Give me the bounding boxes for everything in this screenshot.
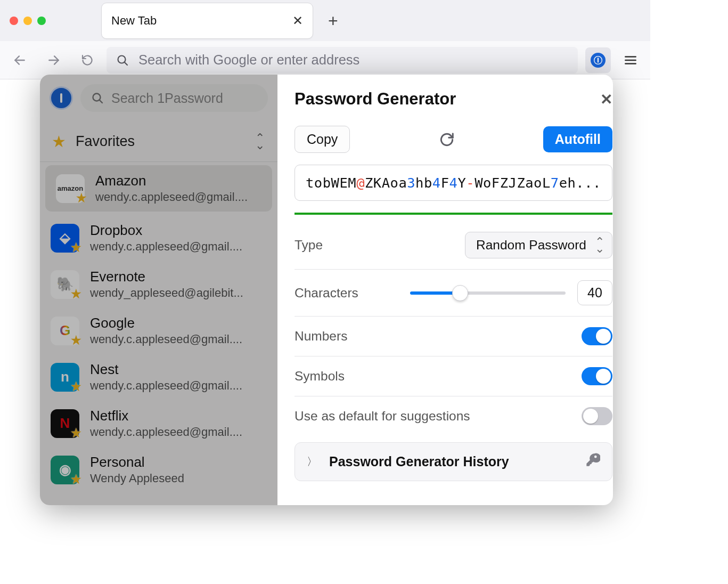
close-icon[interactable]: ✕	[600, 91, 612, 108]
list-item-title: Evernote	[90, 269, 243, 285]
strength-bar	[295, 213, 612, 215]
type-label: Type	[295, 238, 323, 253]
list-item-subtitle: wendy.c.appleseed@gmail....	[95, 190, 248, 204]
search-icon	[116, 54, 129, 67]
forward-icon[interactable]	[47, 53, 61, 67]
sidebar-item-google[interactable]: G★ Google wendy.c.appleseed@gmail....	[40, 307, 277, 354]
default-toggle[interactable]	[582, 407, 612, 425]
tab-close-icon[interactable]: ✕	[292, 14, 303, 27]
dropbox-icon: ⬙★	[51, 224, 79, 253]
address-bar[interactable]: Search with Google or enter address	[107, 47, 578, 74]
window-close-button[interactable]	[10, 17, 18, 25]
sidebar-item-nest[interactable]: n★ Nest wendy.c.appleseed@gmail....	[40, 354, 277, 400]
sidebar-search-input[interactable]: Search 1Password	[80, 84, 268, 112]
sidebar: Search 1Password ★ Favorites ⌃⌄ amazon★	[40, 75, 277, 505]
hamburger-menu-icon[interactable]	[618, 53, 643, 67]
sidebar-item-evernote[interactable]: 🐘★ Evernote wendy_appleseed@agilebit...	[40, 261, 277, 307]
type-select[interactable]: Random Password ⌃⌄	[465, 232, 612, 258]
star-icon: ★	[52, 134, 66, 150]
default-label: Use as default for suggestions	[295, 409, 470, 424]
amazon-icon: amazon★	[56, 174, 85, 203]
password-generator-panel: Password Generator ✕ Copy Autofill tobWE…	[277, 75, 613, 505]
svg-line-3	[125, 62, 128, 65]
back-icon[interactable]	[13, 53, 27, 67]
type-value: Random Password	[476, 238, 586, 253]
favorite-star-icon: ★	[71, 334, 81, 347]
numbers-toggle[interactable]	[582, 327, 612, 345]
list-item-subtitle: wendy.c.appleseed@gmail....	[90, 425, 242, 439]
sidebar-item-amazon[interactable]: amazon★ Amazon wendy.c.appleseed@gmail..…	[45, 165, 272, 212]
favorite-star-icon: ★	[71, 241, 81, 255]
onepassword-icon	[591, 53, 606, 68]
password-history-button[interactable]: 〉 Password Generator History	[295, 442, 612, 481]
new-tab-button[interactable]: +	[328, 12, 338, 29]
characters-slider[interactable]	[410, 291, 566, 295]
favorite-star-icon: ★	[76, 191, 87, 205]
browser-tab[interactable]: New Tab ✕	[101, 3, 313, 39]
copy-button[interactable]: Copy	[295, 126, 350, 153]
characters-label: Characters	[295, 286, 358, 301]
favorite-star-icon: ★	[71, 473, 81, 486]
favorite-star-icon: ★	[71, 287, 81, 301]
sidebar-item-personal[interactable]: ◉★ Personal Wendy Appleseed	[40, 447, 277, 493]
generated-password-field[interactable]: tobWEM@ZKAoa3hb4F4Y-WoFZJZaoL7eh...	[295, 165, 612, 201]
panel-title: Password Generator	[295, 90, 456, 109]
sidebar-list: amazon★ Amazon wendy.c.appleseed@gmail..…	[40, 165, 277, 493]
characters-value[interactable]: 40	[577, 280, 612, 305]
chevron-updown-icon: ⌃⌄	[595, 238, 604, 252]
regenerate-icon[interactable]	[439, 132, 455, 148]
list-item-title: Personal	[90, 454, 184, 471]
window-controls	[10, 17, 46, 25]
numbers-label: Numbers	[295, 329, 347, 344]
key-icon	[585, 452, 600, 471]
section-selector-icon[interactable]: ⌃⌄	[255, 134, 265, 148]
window-minimize-button[interactable]	[23, 17, 32, 25]
toolbar: Search with Google or enter address	[0, 41, 650, 79]
symbols-label: Symbols	[295, 369, 345, 384]
onepassword-logo-icon[interactable]	[50, 86, 73, 110]
list-item-title: Netflix	[90, 408, 242, 424]
tabstrip: New Tab ✕ +	[0, 0, 650, 41]
list-item-title: Google	[90, 315, 242, 331]
list-item-title: Nest	[90, 361, 242, 378]
favorite-star-icon: ★	[71, 426, 81, 440]
google-icon: G★	[51, 317, 79, 345]
evernote-icon: 🐘★	[51, 270, 79, 299]
svg-rect-9	[60, 93, 62, 103]
chevron-right-icon: 〉	[307, 455, 317, 469]
history-label: Password Generator History	[329, 454, 509, 469]
sidebar-section-header[interactable]: ★ Favorites ⌃⌄	[40, 121, 277, 162]
svg-line-11	[100, 100, 103, 103]
list-item-subtitle: Wendy Appleseed	[90, 472, 184, 485]
list-item-subtitle: wendy.c.appleseed@gmail....	[90, 379, 242, 393]
autofill-button[interactable]: Autofill	[543, 126, 612, 152]
sidebar-section-title: Favorites	[76, 133, 135, 150]
slider-thumb[interactable]	[452, 285, 468, 301]
onepassword-popup: Search 1Password ★ Favorites ⌃⌄ amazon★	[40, 75, 613, 505]
sidebar-search-placeholder: Search 1Password	[111, 91, 223, 106]
list-item-title: Dropbox	[90, 222, 242, 239]
reload-icon[interactable]	[81, 54, 94, 67]
netflix-icon: N★	[51, 409, 79, 438]
symbols-toggle[interactable]	[582, 367, 612, 385]
address-placeholder: Search with Google or enter address	[138, 52, 359, 68]
list-item-subtitle: wendy.c.appleseed@gmail....	[90, 240, 242, 254]
list-item-subtitle: wendy_appleseed@agilebit...	[90, 286, 243, 300]
list-item-subtitle: wendy.c.appleseed@gmail....	[90, 332, 242, 346]
onepassword-extension-button[interactable]	[585, 47, 611, 73]
svg-rect-5	[598, 58, 599, 62]
sidebar-item-dropbox[interactable]: ⬙★ Dropbox wendy.c.appleseed@gmail....	[40, 215, 277, 261]
window-zoom-button[interactable]	[37, 17, 46, 25]
identity-icon: ◉★	[51, 456, 79, 484]
sidebar-item-netflix[interactable]: N★ Netflix wendy.c.appleseed@gmail....	[40, 400, 277, 447]
nest-icon: n★	[51, 363, 79, 392]
tab-title: New Tab	[111, 14, 157, 28]
list-item-title: Amazon	[95, 173, 248, 189]
search-icon	[91, 92, 104, 104]
favorite-star-icon: ★	[71, 380, 81, 394]
